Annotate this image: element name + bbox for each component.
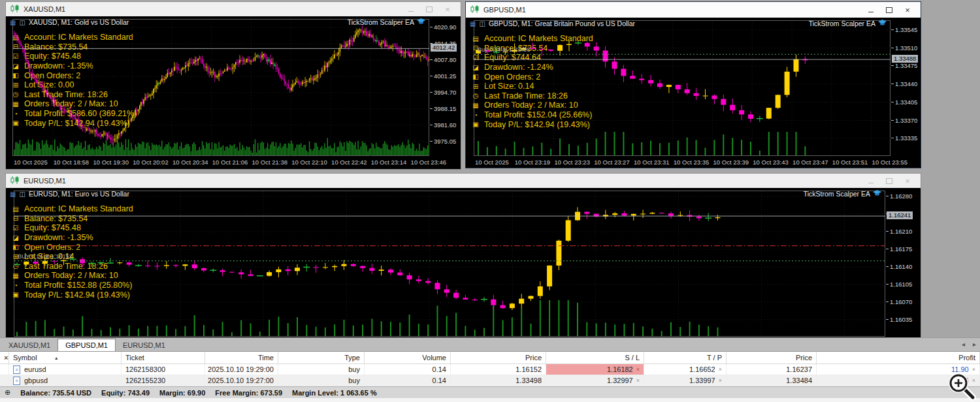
close-button[interactable]: × [898, 176, 917, 186]
price-tick-label: 1.16140 [890, 263, 912, 270]
info-text: Lot Size: 0.14 [484, 82, 534, 91]
tab-eurusd-m1[interactable]: EURUSD,M1 [116, 339, 172, 351]
column-header-sl[interactable]: S / L [546, 352, 644, 363]
window-titlebar[interactable]: GBPUSD,M1 × [466, 2, 921, 18]
time-tick-label: 10 Oct 23:39 [713, 159, 749, 166]
price-tick-mark [430, 59, 433, 60]
tab-scroll-left-icon[interactable]: ◂ [962, 341, 965, 348]
column-header-price[interactable]: Price [451, 352, 546, 363]
time-scale[interactable]: 10 Oct 202510 Oct 18:5810 Oct 19:3010 Oc… [12, 159, 455, 166]
tab-gbpusd-m1[interactable]: GBPUSD,M1 [57, 339, 116, 351]
drawdown-icon: ◪ [12, 234, 20, 241]
column-header-profit[interactable]: Profit [817, 352, 980, 363]
chart-type-icon: ◫ [19, 191, 25, 198]
minimize-button[interactable] [862, 176, 880, 186]
column-header-ticket[interactable]: Ticket [122, 352, 205, 363]
account-status-bar: ⊕ Balance: 735.54 USDEquity: 743.49Margi… [0, 386, 980, 398]
time-tick-label: 10 Oct 23:31 [634, 159, 669, 166]
price-tick-label: 1.33440 [895, 80, 917, 87]
info-text: Equity: $745.48 [24, 52, 81, 61]
close-position-icon[interactable]: × [972, 366, 975, 373]
time-tick-label: 10 Oct 21:06 [212, 159, 248, 166]
total-profit-icon: ◔ [12, 282, 20, 289]
price-tick-label: 1.16070 [890, 298, 912, 305]
window-title: XAUUSD,M1 [24, 5, 65, 13]
remove-sl-icon[interactable]: × [636, 377, 640, 384]
info-line: ▦Orders Today: 2 / Max: 10 [12, 99, 137, 109]
chart-area-xauusd[interactable]: ▦ ◫ XAUUSD, M1: Gold vs US Dollar TickSt… [6, 16, 461, 169]
remove-sl-icon[interactable]: × [636, 366, 640, 373]
close-button[interactable]: × [438, 4, 457, 14]
trade-line-label: BUY 0.14 at 1.16152 [18, 253, 72, 260]
position-row-eurusd[interactable]: ≡eurusd12621583002025.10.10 19:29:00buy0… [0, 364, 980, 375]
total-profit-icon: ◔ [12, 110, 20, 117]
ohlc-grid-icon: ▦ [10, 19, 16, 26]
minimize-button[interactable] [402, 4, 420, 14]
candlestick-icon [10, 175, 20, 187]
time-tick-label: 10 Oct 23:14 [371, 159, 406, 166]
account-icon: ▤ [472, 35, 480, 42]
price-scale[interactable]: 1.162801.162451.162101.161751.161401.161… [886, 191, 920, 337]
position-doc-icon: ≡ [13, 365, 20, 374]
drawdown-icon: ◪ [12, 63, 20, 70]
window-titlebar[interactable]: XAUUSD,M1 × [6, 2, 461, 16]
remove-tp-icon[interactable]: × [719, 377, 722, 384]
position-ticket: 1262158300 [125, 365, 165, 373]
position-row-gbpusd[interactable]: ≡gbpusd12621552302025.10.10 19:27:00buy0… [0, 375, 980, 386]
maximize-button[interactable] [880, 176, 898, 186]
price-scale[interactable]: 4020.904014.354007.804001.253994.703988.… [430, 19, 460, 156]
time-tick-label: 10 Oct 18:58 [54, 159, 89, 166]
column-header-volume[interactable]: Volume [365, 352, 451, 363]
time-tick-label: 10 Oct 23:43 [753, 159, 788, 166]
price-tick-mark [891, 65, 894, 66]
time-tick-label: 10 Oct 23:19 [515, 159, 550, 166]
maximize-button[interactable] [420, 4, 438, 14]
price-tick-label: 3975.05 [434, 138, 456, 145]
position-symbol: gbpusd [24, 377, 48, 384]
candlestick-icon [10, 3, 20, 15]
chart-area-gbpusd[interactable]: ▦ ◫ GBPUSD, M1: Great Britain Pound vs U… [466, 18, 921, 168]
balance-icon: ⊟ [12, 215, 20, 222]
chart-area-eurusd[interactable]: ▦ ◫ EURUSD, M1: Euro vs US Dollar TickSt… [6, 188, 921, 341]
column-header-type[interactable]: Type [278, 352, 365, 363]
status-item: Margin: 69.90 [159, 389, 205, 397]
column-header-tp[interactable]: T / P [644, 352, 727, 363]
info-text: Balance: $735.54 [24, 214, 88, 223]
close-button[interactable]: × [898, 5, 917, 15]
trade-table-header: ×Symbol▲TicketTimeTypeVolumePriceS / LT … [0, 352, 980, 364]
tab-scroll-right-icon[interactable]: ▸ [973, 341, 976, 348]
info-text: Open Orders: 2 [24, 71, 80, 80]
price-tick-mark [886, 319, 889, 320]
price-tick-mark [891, 138, 894, 138]
time-scale[interactable]: 10 Oct 202510 Oct 23:1910 Oct 23:2310 Oc… [474, 159, 917, 166]
position-open-price: 1.33498 [515, 377, 542, 384]
maximize-button[interactable] [880, 5, 898, 15]
chart-symbol-description: GBPUSD, M1: Great Britain Pound vs US Do… [489, 20, 635, 27]
remove-tp-icon[interactable]: × [719, 366, 722, 373]
column-header-symbol[interactable]: Symbol▲ [9, 352, 122, 363]
column-header-time[interactable]: Time [205, 352, 278, 363]
price-tick-label: 1.16210 [890, 228, 912, 235]
info-line: ☑Equity: $744.64 [472, 53, 593, 63]
orders-today-icon: ▦ [472, 102, 480, 109]
info-text: Equity: $745.48 [24, 223, 81, 232]
info-text: Today P/L: $142.94 (19.43%) [484, 120, 590, 129]
close-position-icon[interactable]: × [972, 377, 975, 384]
price-scale[interactable]: 1.335451.335101.334751.334401.334051.333… [891, 20, 920, 156]
ea-label: TickStrom Scalper EA [809, 20, 887, 27]
current-price-badge: 1.16241 [887, 211, 913, 219]
price-tick-label: 4020.90 [434, 23, 456, 31]
tab-xauusd-m1[interactable]: XAUUSD,M1 [1, 339, 57, 351]
window-titlebar[interactable]: EURUSD,M1 × [6, 174, 921, 188]
current-price-badge: 1.33488 [892, 55, 918, 63]
minimize-button[interactable] [862, 5, 880, 15]
close-toolbox-icon[interactable]: × [4, 354, 8, 362]
info-line: ◧Open Orders: 2 [472, 72, 593, 82]
column-header-price[interactable]: Price [727, 352, 817, 363]
info-line: ⊞Lot Size: 0.00 [12, 80, 137, 90]
info-text: Today P/L: $142.94 (19.43%) [24, 119, 130, 128]
equity-icon: ☑ [472, 54, 480, 61]
chart-window-eurusd: EURUSD,M1 × ▦ ◫ EURUSD, M1: Euro vs US D… [5, 173, 921, 341]
info-line: ◔Total Profit: $586.60 (369.21%) [12, 109, 137, 119]
price-tick-mark [886, 196, 889, 196]
